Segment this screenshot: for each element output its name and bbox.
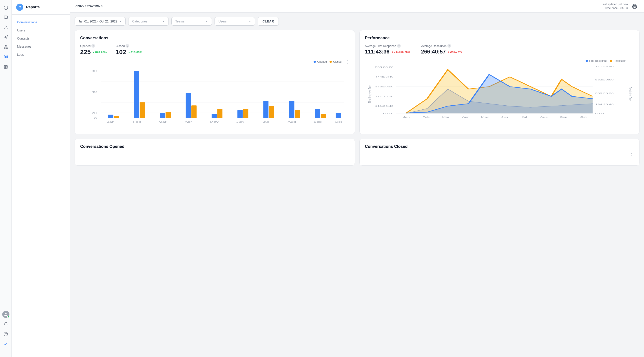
sidebar-item-contacts[interactable]: Contacts: [12, 34, 70, 42]
closed-help[interactable]: ?: [126, 44, 129, 48]
main-content: CONVERSATIONS Last updated just now Time…: [70, 0, 644, 357]
svg-point-1: [5, 26, 6, 28]
last-updated: Last updated just now: [602, 2, 628, 6]
avg-first-response-label: Average First Response ?: [365, 44, 410, 48]
legend-dot-opened: [314, 61, 316, 63]
settings-icon[interactable]: [2, 63, 10, 71]
print-button[interactable]: [630, 2, 638, 10]
contacts-icon[interactable]: [2, 23, 10, 32]
legend-resolution: Resolution: [610, 59, 626, 62]
sidebar-item-logs[interactable]: Logs: [12, 50, 70, 59]
content-area: Jan 01, 2022 - Oct 21, 2022 ▼ Categories…: [70, 12, 644, 357]
teams-filter[interactable]: Teams ▼: [172, 17, 212, 26]
date-range-value: Jan 01, 2022 - Oct 21, 2022: [78, 20, 118, 23]
topbar-right: Last updated just now Time Zone - 0 UTC: [602, 2, 638, 10]
conversations-closed-more-btn[interactable]: ⋮: [630, 151, 634, 156]
svg-text:Aug: Aug: [288, 121, 296, 123]
svg-text:Sep: Sep: [560, 116, 567, 118]
sidebar-item-conversations[interactable]: Conversations: [12, 18, 70, 26]
legend-dot-closed: [330, 61, 332, 63]
conversations-chart-more[interactable]: ⋮: [345, 59, 349, 64]
opened-help[interactable]: ?: [92, 44, 95, 48]
closed-label: Closed ?: [116, 44, 142, 48]
svg-text:Apr: Apr: [462, 116, 468, 118]
svg-rect-31: [160, 113, 165, 118]
svg-text:20: 20: [92, 112, 97, 114]
closed-value: 102 ▲ 410.00%: [116, 48, 142, 56]
dashboard-icon[interactable]: [2, 4, 10, 12]
svg-text:40: 40: [92, 91, 97, 94]
notifications-icon[interactable]: [2, 320, 10, 328]
sidebar-item-users[interactable]: Users: [12, 26, 70, 34]
performance-chart-more[interactable]: ⋮: [630, 58, 634, 63]
opened-stat: Opened ? 225 ▲ 878.26%: [80, 44, 107, 56]
avg-resolution-value: 266:40:57 ▲ 248.77%: [421, 48, 462, 55]
sidebar-nav: Conversations Users Contacts Messages Lo…: [12, 14, 70, 357]
megaphone-icon[interactable]: [2, 33, 10, 41]
conversations-opened-card: Conversations Opened ⋮: [74, 138, 355, 166]
date-range-arrow: ▼: [119, 20, 122, 23]
closed-stat: Closed ? 102 ▲ 410.00%: [116, 44, 142, 56]
svg-rect-36: [217, 109, 222, 118]
reports-icon[interactable]: [2, 53, 10, 61]
svg-rect-35: [212, 114, 217, 118]
svg-rect-45: [336, 113, 341, 118]
svg-rect-10: [6, 56, 6, 58]
date-range-filter[interactable]: Jan 01, 2022 - Oct 21, 2022 ▼: [74, 17, 126, 26]
sidebar-item-messages[interactable]: Messages: [12, 42, 70, 50]
avg-first-response-stat: Average First Response ? 111:43:36 ▲ 711…: [365, 44, 410, 55]
svg-text:333:20:00: 333:20:00: [375, 86, 393, 88]
svg-text:194:26:40: 194:26:40: [595, 103, 614, 105]
svg-rect-32: [166, 112, 171, 118]
bottom-cards: Conversations Opened ⋮ Conversations Clo…: [74, 138, 640, 166]
svg-rect-38: [243, 109, 248, 118]
svg-text:Aug: Aug: [540, 116, 548, 118]
svg-text:May: May: [481, 116, 489, 118]
performance-card: Performance Average First Response ? 111…: [360, 30, 640, 134]
conversations-chart: 80 40 20 0: [80, 66, 349, 128]
avg-first-response-help[interactable]: ?: [397, 44, 401, 48]
performance-card-title: Performance: [365, 36, 634, 40]
svg-text:Jan: Jan: [403, 116, 410, 118]
svg-rect-28: [114, 116, 119, 118]
cards-grid: Conversations Opened ? 225 ▲ 878.26%: [74, 30, 640, 134]
avg-resolution-label: Average Resolution ?: [421, 44, 462, 48]
opened-value: 225 ▲ 878.26%: [80, 48, 107, 56]
org-icon[interactable]: [2, 43, 10, 51]
svg-text:Feb: Feb: [133, 121, 141, 123]
user-avatar-icon[interactable]: [2, 310, 10, 318]
avg-resolution-help[interactable]: ?: [448, 44, 451, 48]
conversations-opened-more-btn[interactable]: ⋮: [345, 151, 349, 156]
svg-text:583:20:00: 583:20:00: [595, 79, 614, 81]
svg-text:222:13:20: 222:13:20: [375, 95, 393, 98]
conversations-closed-more: ⋮: [365, 149, 634, 156]
svg-text:111:06:40: 111:06:40: [375, 105, 393, 108]
svg-rect-42: [295, 110, 300, 118]
svg-text:Mar: Mar: [158, 121, 166, 123]
svg-rect-40: [269, 106, 274, 118]
filters-bar: Jan 01, 2022 - Oct 21, 2022 ▼ Categories…: [74, 17, 640, 26]
svg-text:Oct: Oct: [580, 116, 586, 118]
icon-rail: [0, 0, 12, 357]
svg-rect-9: [4, 56, 5, 58]
svg-rect-39: [263, 101, 268, 118]
clear-button[interactable]: CLEAR: [258, 17, 279, 26]
sidebar-header: C Reports: [12, 0, 70, 14]
svg-point-12: [5, 66, 6, 68]
topbar: CONVERSATIONS Last updated just now Time…: [70, 0, 644, 12]
svg-text:388:53:20: 388:53:20: [595, 92, 614, 94]
conversations-closed-card: Conversations Closed ⋮: [360, 138, 640, 166]
conversations-icon[interactable]: [2, 14, 10, 22]
users-filter[interactable]: Users ▼: [214, 17, 255, 26]
teams-value: Teams: [175, 20, 184, 23]
categories-filter[interactable]: Categories ▼: [128, 17, 169, 26]
svg-text:777:46:40: 777:46:40: [595, 66, 614, 68]
svg-text:May: May: [210, 121, 219, 123]
legend-opened: Opened: [314, 60, 327, 63]
checkmark-icon[interactable]: [2, 340, 10, 348]
svg-text:Apr: Apr: [185, 121, 192, 123]
topbar-info: Last updated just now Time Zone - 0 UTC: [602, 2, 628, 10]
legend-closed: Closed: [330, 60, 342, 63]
svg-rect-29: [134, 71, 139, 118]
help-icon[interactable]: [2, 330, 10, 338]
